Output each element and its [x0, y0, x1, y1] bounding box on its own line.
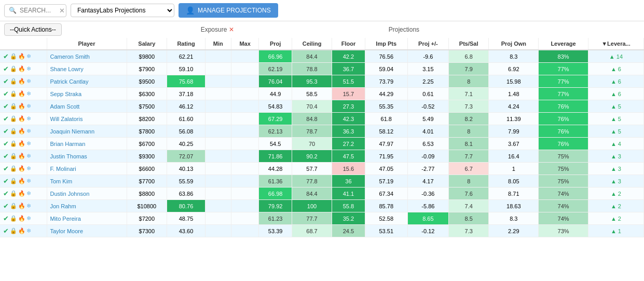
flame-icon[interactable]: 🔥 — [18, 53, 25, 60]
header-ceiling[interactable]: Ceiling — [292, 38, 332, 50]
flame-icon[interactable]: 🔥 — [18, 128, 25, 135]
player-max[interactable] — [231, 212, 259, 225]
player-max[interactable] — [231, 113, 259, 125]
quick-actions-button[interactable]: --Quick Actions-- — [4, 23, 62, 36]
lock-icon[interactable]: 🔒 — [10, 153, 17, 159]
player-min[interactable] — [205, 200, 231, 212]
player-max[interactable] — [231, 125, 259, 138]
lock-icon[interactable]: 🔒 — [10, 115, 17, 122]
player-name[interactable]: Jon Rahm — [47, 200, 127, 212]
player-min[interactable] — [205, 163, 231, 175]
header-player[interactable]: Player — [47, 38, 127, 50]
header-pts-sal[interactable]: Pts/Sal — [448, 38, 489, 50]
player-name[interactable]: Sepp Straka — [47, 88, 127, 100]
lock-icon[interactable]: 🔒 — [10, 228, 17, 234]
player-name[interactable]: Adam Scott — [47, 100, 127, 113]
player-min[interactable] — [205, 175, 231, 188]
player-min[interactable] — [205, 88, 231, 100]
lock-icon[interactable]: 🔒 — [10, 178, 17, 184]
header-floor[interactable]: Floor — [332, 38, 365, 50]
check-icon[interactable]: ✔ — [3, 202, 9, 210]
check-icon[interactable]: ✔ — [3, 190, 9, 197]
snow-icon[interactable]: ❄ — [26, 153, 31, 159]
header-max[interactable]: Max — [231, 38, 259, 50]
snow-icon[interactable]: ❄ — [26, 178, 31, 184]
player-max[interactable] — [231, 175, 259, 188]
manage-projections-button[interactable]: 👤 MANAGE PROJECTIONS — [179, 3, 278, 18]
lock-icon[interactable]: 🔒 — [10, 103, 17, 110]
player-name[interactable]: Taylor Moore — [47, 225, 127, 237]
check-icon[interactable]: ✔ — [3, 102, 9, 110]
check-icon[interactable]: ✔ — [3, 215, 9, 222]
player-min[interactable] — [205, 50, 231, 63]
player-min[interactable] — [205, 225, 231, 237]
check-icon[interactable]: ✔ — [3, 152, 9, 160]
lock-icon[interactable]: 🔒 — [10, 140, 17, 147]
lock-icon[interactable]: 🔒 — [10, 128, 17, 135]
lock-icon[interactable]: 🔒 — [10, 215, 17, 222]
player-name[interactable]: Joaquin Niemann — [47, 125, 127, 138]
check-icon[interactable]: ✔ — [3, 177, 9, 185]
projection-dropdown[interactable]: FantasyLabs Projections — [71, 4, 174, 17]
player-max[interactable] — [231, 150, 259, 163]
player-max[interactable] — [231, 100, 259, 113]
player-min[interactable] — [205, 100, 231, 113]
player-name[interactable]: Cameron Smith — [47, 50, 127, 63]
player-name[interactable]: Shane Lowry — [47, 63, 127, 75]
check-icon[interactable]: ✔ — [3, 52, 9, 60]
snow-icon[interactable]: ❄ — [26, 90, 31, 97]
lock-icon[interactable]: 🔒 — [10, 53, 17, 60]
player-max[interactable] — [231, 50, 259, 63]
check-icon[interactable]: ✔ — [3, 65, 9, 73]
lock-icon[interactable]: 🔒 — [10, 90, 17, 97]
player-max[interactable] — [231, 63, 259, 75]
snow-icon[interactable]: ❄ — [26, 103, 31, 110]
search-clear-icon[interactable]: ✕ — [59, 7, 65, 15]
check-icon[interactable]: ✔ — [3, 90, 9, 98]
check-icon[interactable]: ✔ — [3, 115, 9, 123]
flame-icon[interactable]: 🔥 — [18, 190, 25, 197]
player-name[interactable]: Dustin Johnson — [47, 188, 127, 200]
flame-icon[interactable]: 🔥 — [18, 140, 25, 147]
check-icon[interactable]: ✔ — [3, 77, 9, 85]
player-min[interactable] — [205, 212, 231, 225]
snow-icon[interactable]: ❄ — [26, 165, 31, 172]
lock-icon[interactable]: 🔒 — [10, 78, 17, 85]
snow-icon[interactable]: ❄ — [26, 78, 31, 85]
check-icon[interactable]: ✔ — [3, 127, 9, 135]
lock-icon[interactable]: 🔒 — [10, 203, 17, 209]
snow-icon[interactable]: ❄ — [26, 190, 31, 197]
snow-icon[interactable]: ❄ — [26, 228, 31, 234]
flame-icon[interactable]: 🔥 — [18, 115, 25, 122]
snow-icon[interactable]: ❄ — [26, 140, 31, 147]
player-min[interactable] — [205, 188, 231, 200]
player-name[interactable]: Patrick Cantlay — [47, 75, 127, 88]
check-icon[interactable]: ✔ — [3, 227, 9, 235]
player-min[interactable] — [205, 63, 231, 75]
snow-icon[interactable]: ❄ — [26, 203, 31, 209]
player-max[interactable] — [231, 163, 259, 175]
snow-icon[interactable]: ❄ — [26, 115, 31, 122]
search-box[interactable]: 🔍 ✕ — [4, 4, 66, 17]
player-name[interactable]: F. Molinari — [47, 163, 127, 175]
check-icon[interactable]: ✔ — [3, 165, 9, 172]
player-max[interactable] — [231, 138, 259, 150]
header-min[interactable]: Min — [205, 38, 231, 50]
player-name[interactable]: Mito Pereira — [47, 212, 127, 225]
header-levera2[interactable]: ▼Levera... — [588, 38, 643, 50]
flame-icon[interactable]: 🔥 — [18, 228, 25, 234]
player-min[interactable] — [205, 150, 231, 163]
lock-icon[interactable]: 🔒 — [10, 165, 17, 172]
header-imp-pts[interactable]: Imp Pts — [365, 38, 407, 50]
lock-icon[interactable]: 🔒 — [10, 65, 17, 72]
header-leverage[interactable]: Leverage — [539, 38, 588, 50]
data-table-wrapper[interactable]: Player Salary Rating Min Max Proj Ceilin… — [0, 38, 644, 277]
player-min[interactable] — [205, 138, 231, 150]
lock-icon[interactable]: 🔒 — [10, 190, 17, 197]
exposure-close-icon[interactable]: ✕ — [229, 26, 234, 33]
flame-icon[interactable]: 🔥 — [18, 203, 25, 209]
snow-icon[interactable]: ❄ — [26, 128, 31, 135]
flame-icon[interactable]: 🔥 — [18, 153, 25, 159]
flame-icon[interactable]: 🔥 — [18, 65, 25, 72]
flame-icon[interactable]: 🔥 — [18, 178, 25, 184]
